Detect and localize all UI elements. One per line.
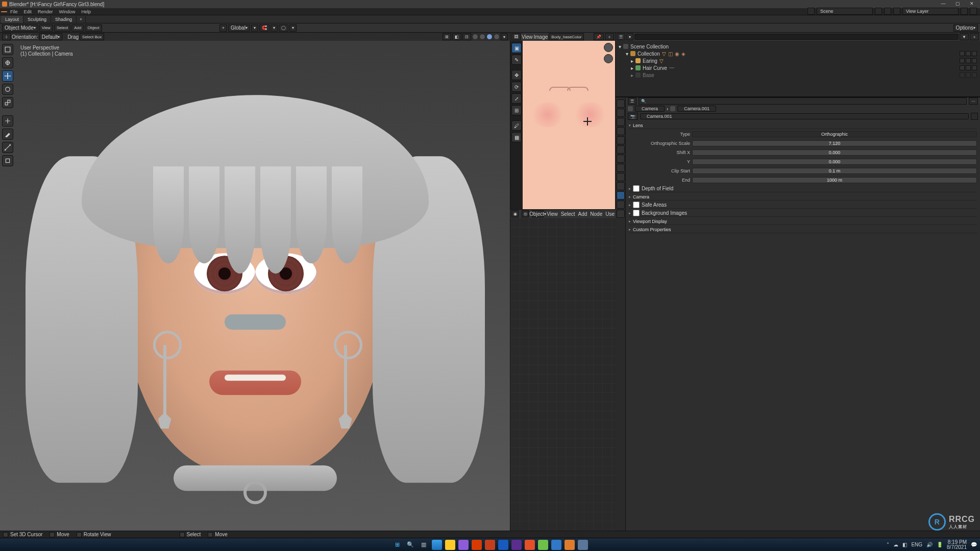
tray-notifications-icon[interactable]: 💬 — [971, 542, 977, 547]
shading-solid-icon[interactable] — [479, 34, 485, 40]
tool-measure[interactable] — [2, 142, 13, 153]
tray-lang[interactable]: ENG — [911, 542, 922, 547]
ptab-viewlayer[interactable] — [617, 118, 625, 126]
img-tool-rotate[interactable]: ⟳ — [511, 82, 522, 92]
nav-rotate-icon[interactable] — [604, 43, 613, 52]
menu-window[interactable]: Window — [56, 9, 79, 15]
vp-menu-select[interactable]: Select — [54, 24, 70, 32]
node-mode-dropdown[interactable]: Object ▾ — [532, 210, 544, 217]
start-button[interactable]: ⊞ — [392, 540, 402, 550]
ptab-physics[interactable] — [617, 173, 625, 181]
3d-viewport[interactable]: ⊹ Orientation: Default ▾ Drag Select Box… — [0, 33, 510, 538]
img-tool-annotate[interactable]: ✎ — [511, 55, 522, 65]
orientation-dropdown[interactable]: Global ▾ — [228, 24, 250, 32]
taskbar-store-icon[interactable] — [458, 540, 469, 550]
node-graph-area[interactable] — [510, 218, 616, 538]
clipstart-field[interactable]: 0.1 m — [692, 168, 977, 174]
window-minimize-button[interactable]: — — [936, 0, 950, 7]
menu-file[interactable]: File — [7, 9, 21, 15]
outliner-item-earing[interactable]: ▸ Earing ▽ — [619, 57, 977, 64]
vp-menu-add[interactable]: Add — [71, 24, 84, 32]
window-close-button[interactable]: ✕ — [965, 0, 979, 7]
taskbar-taskview-icon[interactable]: ▥ — [419, 540, 429, 550]
section-camera[interactable]: Camera — [629, 193, 977, 201]
node-menu-select[interactable]: Select — [561, 211, 575, 217]
taskbar-obs-icon[interactable] — [578, 540, 588, 550]
section-lens[interactable]: Lens — [629, 122, 977, 129]
gizmo-toggle[interactable]: ⊞ — [443, 33, 451, 40]
viewlayer-new-icon[interactable] — [961, 8, 968, 15]
ptab-output[interactable] — [617, 109, 625, 117]
img-menu-view[interactable]: View — [522, 34, 533, 40]
safeareas-checkbox[interactable] — [633, 202, 640, 208]
outliner-search[interactable] — [634, 34, 959, 40]
props-type-icon[interactable]: ☰ — [628, 97, 636, 105]
mode-dropdown[interactable]: Object Mode ▾ — [2, 24, 38, 32]
node-editor-type-dropdown[interactable]: ◉ — [511, 210, 519, 217]
node-menu-node[interactable]: Node — [590, 211, 602, 217]
viewlayer-name-field[interactable]: View Layer — [902, 8, 959, 15]
taskbar-blender-icon[interactable] — [565, 540, 575, 550]
image-view[interactable] — [523, 41, 615, 209]
tool-select-box[interactable] — [2, 44, 13, 55]
taskbar-explorer-icon[interactable] — [445, 540, 455, 550]
img-tool-scale[interactable]: ⤢ — [511, 93, 522, 104]
taskbar-word-icon[interactable] — [498, 540, 508, 550]
outliner-item-collection[interactable]: ▾ Collection ▽◫◉◈ — [619, 50, 977, 57]
selectbox-dropdown[interactable]: Select Box — [80, 33, 104, 40]
proportional-toggle[interactable]: ◯ — [279, 24, 288, 32]
menu-render[interactable]: Render — [35, 9, 56, 15]
ptab-texture[interactable] — [617, 210, 625, 218]
taskbar-app10-icon[interactable] — [551, 540, 561, 550]
img-tool-draw[interactable]: 🖊 — [511, 120, 522, 131]
tab-add-workspace[interactable]: + — [77, 16, 86, 23]
tab-sculpting[interactable]: Sculpting — [23, 16, 51, 23]
scene-browse-icon[interactable] — [807, 8, 815, 15]
editor-type-dropdown[interactable]: 🖼 — [511, 33, 521, 40]
outliner-new-collection-icon[interactable]: ＋ — [970, 33, 979, 40]
nav-zoom-icon[interactable] — [604, 54, 613, 63]
vp-menu-object[interactable]: Object — [85, 24, 102, 32]
outliner-item-haircurve[interactable]: ▸ Hair Curve 〰 — [619, 64, 977, 71]
outliner-filter-icon[interactable]: ▼ — [960, 33, 969, 40]
shading-dropdown[interactable]: ▾ — [501, 33, 508, 40]
section-bgimages[interactable]: Background Images — [629, 210, 977, 217]
section-dof[interactable]: Depth of Field — [629, 185, 977, 192]
taskbar-app8-icon[interactable] — [525, 540, 535, 550]
ortho-scale-field[interactable]: 7.120 — [692, 140, 977, 146]
tray-onedrive-icon[interactable]: ☁ — [893, 542, 898, 547]
overlays-toggle[interactable]: ◧ — [452, 33, 461, 40]
shading-material-icon[interactable] — [486, 34, 493, 40]
outliner-type-dropdown[interactable]: ☰ — [617, 33, 625, 40]
xray-toggle[interactable]: ⊡ — [462, 33, 471, 40]
snap-toggle[interactable]: 🧲 — [259, 24, 270, 32]
datablock-name-field[interactable]: Camera.001 — [640, 113, 969, 119]
ptab-scene[interactable] — [617, 127, 625, 135]
orientation-default[interactable]: Default ▾ — [39, 33, 63, 40]
tool-transform[interactable] — [2, 115, 13, 127]
shiftx-field[interactable]: 0.000 — [692, 149, 977, 156]
menu-edit[interactable]: Edit — [21, 9, 35, 15]
options-dropdown[interactable]: Options ▾ — [953, 24, 978, 32]
vp-menu-view[interactable]: View — [39, 24, 53, 32]
taskbar-app9-icon[interactable] — [538, 540, 548, 550]
tool-add-primitive[interactable] — [2, 155, 13, 166]
tool-annotate[interactable] — [2, 129, 13, 140]
clipend-field[interactable]: 1000 m — [692, 177, 977, 183]
ptab-constraints[interactable] — [617, 182, 625, 190]
image-linked-dropdown[interactable]: Body_baseColor — [549, 33, 584, 40]
scene-name-field[interactable]: Scene — [817, 8, 873, 15]
image-new-icon[interactable]: ＋ — [605, 33, 614, 40]
scene-delete-icon[interactable] — [884, 8, 891, 15]
viewlayer-browse-icon[interactable] — [893, 8, 900, 15]
tray-wifi-icon[interactable]: 🔊 — [926, 542, 933, 547]
tool-rotate[interactable] — [2, 84, 13, 95]
props-options-icon[interactable]: ⋯ — [969, 97, 978, 105]
shifty-field[interactable]: 0.000 — [692, 159, 977, 165]
img-tool-sample[interactable]: ▣ — [511, 43, 522, 53]
tray-app-icon[interactable]: ◧ — [902, 542, 907, 547]
ptab-object[interactable] — [617, 145, 625, 154]
ptab-material[interactable] — [617, 201, 625, 209]
ptab-particles[interactable] — [617, 164, 625, 172]
menu-help[interactable]: Help — [79, 9, 94, 15]
